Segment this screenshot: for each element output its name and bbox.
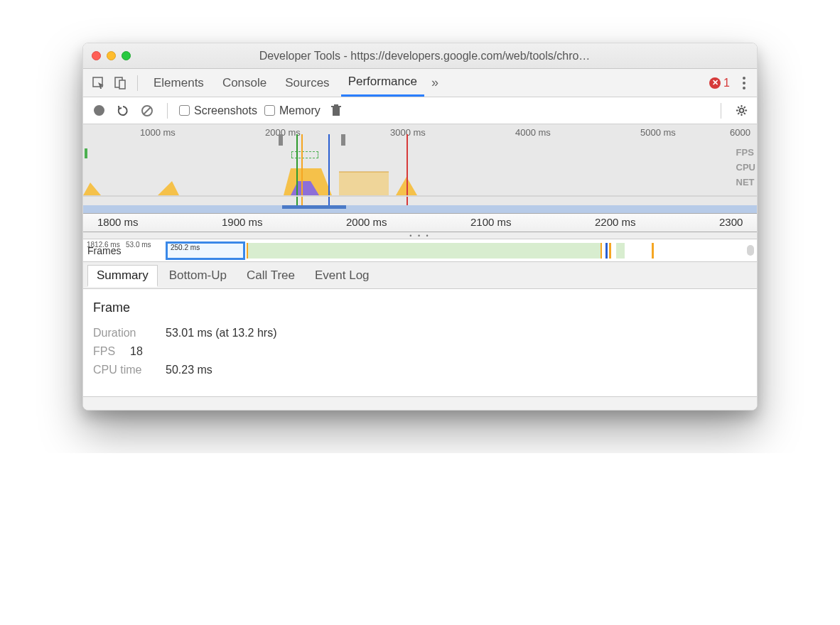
ruler-tick: 2200 ms [595,216,636,228]
separator [721,103,721,119]
devtools-window: Developer Tools - https://developers.goo… [82,43,758,411]
tab-performance[interactable]: Performance [341,70,424,97]
detail-tab-bar: Summary Bottom-Up Call Tree Event Log [83,262,757,289]
overview-tick: 1000 ms [140,127,176,138]
ruler-tick: 2100 ms [470,216,512,228]
frames-track[interactable]: 1812.6 ms Frames 53.0 ms 250.2 ms [83,239,757,262]
overview-tick: 4000 ms [515,127,551,138]
summary-row-cpu: CPU time 50.23 ms [93,364,747,376]
performance-toolbar: Screenshots Memory [83,97,757,124]
overview-ticks: 1000 ms 2000 ms 3000 ms 4000 ms 5000 ms … [83,126,757,137]
separator [167,103,168,119]
bottom-strip [83,397,757,410]
devtools-tab-bar: Elements Console Sources Performance » ✕… [83,69,757,97]
marker-line-orange [301,134,303,213]
frame-block[interactable] [247,243,602,259]
memory-label: Memory [279,104,321,117]
window-title: Developer Tools - https://developers.goo… [101,50,748,62]
cpu-time-value: 50.23 ms [166,364,212,376]
duration-value: 53.01 ms (at 13.2 hrs) [166,327,277,339]
tab-sources[interactable]: Sources [278,70,336,97]
fps-bar [85,148,87,158]
svg-rect-7 [334,104,338,106]
frame-marker [609,243,611,259]
summary-row-duration: Duration 53.01 ms (at 13.2 hrs) [93,327,747,339]
frames-track-label: Frames [87,245,121,256]
checkbox-icon [264,105,275,116]
marker-line-green [296,134,298,213]
tab-console[interactable]: Console [215,70,274,97]
error-count-value: 1 [723,77,730,89]
more-tabs-button[interactable]: » [431,75,438,90]
overview-selection-handle-right[interactable] [341,134,345,146]
close-button[interactable] [92,51,101,60]
ruler-tick: 1900 ms [222,216,263,228]
cpu-baseline [83,195,757,197]
svg-rect-2 [119,80,125,89]
tab-elements[interactable]: Elements [146,70,211,97]
capture-settings-button[interactable] [733,102,750,119]
tab-summary[interactable]: Summary [87,265,158,287]
summary-row-fps: FPS 18 [93,345,747,358]
fps-value: 18 [130,345,143,358]
checkbox-icon [179,105,190,116]
fps-label: FPS [93,345,122,358]
tab-event-log[interactable]: Event Log [306,266,378,286]
overview-timeline[interactable]: 1000 ms 2000 ms 3000 ms 4000 ms 5000 ms … [83,124,757,214]
ruler-tick: 2000 ms [346,216,387,228]
summary-title: Frame [93,300,747,315]
marker-line-blue [328,134,330,213]
record-button[interactable] [90,102,107,119]
error-count-badge[interactable]: ✕ 1 [709,77,730,89]
overview-tick: 6000 [730,127,750,138]
titlebar: Developer Tools - https://developers.goo… [83,43,757,69]
marker-line-red [406,134,408,213]
overview-selection-handle-left[interactable] [279,134,283,146]
memory-checkbox[interactable]: Memory [264,104,321,117]
frame-time-label: 53.0 ms [126,241,151,249]
screenshots-checkbox[interactable]: Screenshots [179,104,257,117]
svg-point-8 [739,109,743,113]
inspect-element-icon[interactable] [90,75,107,92]
svg-rect-5 [333,107,340,116]
screenshots-label: Screenshots [194,104,257,117]
summary-panel: Frame Duration 53.01 ms (at 13.2 hrs) FP… [83,289,757,397]
ruler-tick: 2300 [719,216,743,228]
svg-rect-9 [339,172,389,195]
cpu-time-label: CPU time [93,364,157,376]
svg-rect-6 [331,106,341,107]
cpu-label: CPU [736,162,755,173]
cpu-chart [83,161,757,197]
fps-bar [291,151,318,158]
frame-marker [652,243,654,259]
clear-button[interactable] [139,102,156,119]
net-bar [83,205,757,213]
collapsed-tracks-indicator[interactable]: • • • [83,232,757,239]
scrollbar-handle[interactable] [747,245,754,256]
net-label: NET [736,177,755,188]
error-icon: ✕ [709,77,721,89]
tab-bottom-up[interactable]: Bottom-Up [161,266,235,286]
fps-label: FPS [736,147,755,158]
frame-marker [605,243,608,259]
frame-marker [616,243,625,259]
frame-selected[interactable]: 250.2 ms [166,241,245,260]
tab-call-tree[interactable]: Call Tree [238,266,303,286]
separator [137,75,138,91]
duration-label: Duration [93,327,157,339]
overview-tick: 5000 ms [640,127,676,138]
device-toolbar-icon[interactable] [112,75,129,92]
reload-record-button[interactable] [114,102,131,119]
svg-line-4 [144,107,151,114]
detail-ruler[interactable]: 1800 ms 1900 ms 2000 ms 2100 ms 2200 ms … [83,214,757,232]
settings-menu-button[interactable] [738,72,750,94]
garbage-collect-button[interactable] [328,102,345,119]
frame-time-label: 250.2 ms [171,244,200,251]
overview-track-labels: FPS CPU NET [736,147,755,188]
ruler-tick: 1800 ms [97,216,139,228]
